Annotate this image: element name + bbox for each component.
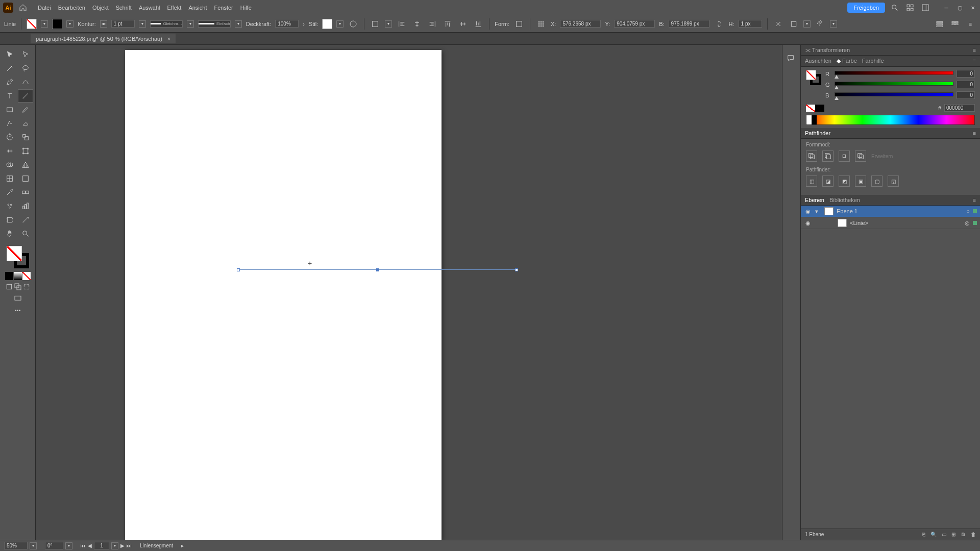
stroke-swatch[interactable] <box>52 19 62 29</box>
perspective-grid-tool[interactable] <box>18 158 33 171</box>
menu-datei[interactable]: Datei <box>38 5 51 11</box>
screen-mode-icon[interactable] <box>14 294 22 303</box>
align-left-icon[interactable] <box>396 18 407 30</box>
window-maximize-icon[interactable]: ▢ <box>955 4 964 12</box>
blend-tool[interactable] <box>18 186 33 199</box>
artboard-tool[interactable] <box>2 213 17 227</box>
sublayer-target-icon[interactable]: ◎ <box>965 220 970 227</box>
opacity-more[interactable]: › <box>303 21 305 27</box>
slice-tool[interactable] <box>18 213 33 227</box>
g-slider[interactable] <box>835 82 953 88</box>
magic-wand-tool[interactable] <box>2 62 17 75</box>
stroke-weight-field[interactable]: 1 pt <box>111 20 135 28</box>
libraries-tab[interactable]: Bibliotheken <box>829 197 860 203</box>
edit-similar-dropdown[interactable]: ▾ <box>803 20 811 28</box>
eraser-tool[interactable] <box>18 117 33 130</box>
artboard-next-last-icon[interactable]: ⏭ <box>127 543 132 548</box>
sublayer-name[interactable]: <Linie> <box>850 220 868 226</box>
hand-tool[interactable] <box>2 227 17 240</box>
layer-new-sublayer-icon[interactable]: ⊞ <box>951 532 955 537</box>
menu-bearbeiten[interactable]: Bearbeiten <box>58 5 85 11</box>
layer-name[interactable]: Ebene 1 <box>837 208 857 214</box>
comments-panel-icon[interactable] <box>787 54 797 64</box>
brush-dropdown[interactable]: ▾ <box>235 20 242 28</box>
layers-menu-icon[interactable]: ≡ <box>973 197 976 203</box>
layer-delete-icon[interactable]: 🗑 <box>971 532 976 537</box>
transform-panel-link[interactable]: ⫘ Transformieren <box>805 47 850 53</box>
search-icon[interactable] <box>889 2 900 13</box>
color-panel-menu-icon[interactable]: ≡ <box>973 58 976 64</box>
align-hcenter-icon[interactable] <box>411 18 423 30</box>
panel-menu-icon[interactable]: ≡ <box>965 18 976 30</box>
fill-stroke-indicator[interactable] <box>7 246 29 268</box>
pathfinder-intersect-icon[interactable] <box>839 151 850 162</box>
r-slider[interactable] <box>835 71 953 77</box>
align-tab[interactable]: Ausrichten <box>805 58 831 64</box>
gradient-tool[interactable] <box>18 172 33 185</box>
draw-behind-icon[interactable] <box>14 283 22 291</box>
color-mode-solid[interactable] <box>5 272 13 280</box>
selection-tool[interactable] <box>2 48 17 61</box>
b-slider[interactable] <box>835 92 953 98</box>
align-top-icon[interactable] <box>442 18 453 30</box>
shaper-tool[interactable] <box>2 117 17 130</box>
pathfinder-minus-back-icon[interactable]: ◱ <box>888 176 899 187</box>
variable-width-profile[interactable]: Gleichm… <box>150 20 183 28</box>
artboard-next-icon[interactable]: ▶ <box>120 543 125 548</box>
stroke-weight-stepper[interactable]: ◂▸ <box>100 20 107 28</box>
shape-builder-tool[interactable] <box>2 158 17 171</box>
fill-swatch[interactable] <box>27 19 37 29</box>
align-right-icon[interactable] <box>427 18 438 30</box>
layer-search-icon[interactable]: 🔍 <box>930 532 937 537</box>
direct-selection-tool[interactable] <box>18 48 33 61</box>
edit-similar-icon[interactable] <box>788 18 799 30</box>
panel-menu-icon[interactable]: ≡ <box>973 47 976 53</box>
free-transform-tool[interactable] <box>18 144 33 158</box>
isolate-icon[interactable] <box>773 18 784 30</box>
zoom-tool[interactable] <box>18 227 33 240</box>
selection-handle-center[interactable] <box>376 268 379 271</box>
width-tool[interactable] <box>2 144 17 158</box>
align-bottom-icon[interactable] <box>473 18 484 30</box>
align-vcenter-icon[interactable] <box>457 18 469 30</box>
profile-dropdown[interactable]: ▾ <box>187 20 194 28</box>
layer-target-icon[interactable]: ○ <box>966 208 970 214</box>
edit-toolbar-icon[interactable]: ••• <box>15 307 21 313</box>
color-mode-gradient[interactable] <box>14 272 22 280</box>
pathfinder-unite-icon[interactable] <box>806 151 817 162</box>
artboard-prev-first-icon[interactable]: ⏮ <box>81 543 86 548</box>
y-field[interactable]: 904.0759 px <box>614 20 655 28</box>
transform-dropdown[interactable]: ▾ <box>830 20 837 28</box>
none-swatch[interactable] <box>806 105 815 112</box>
zoom-field[interactable]: 50% <box>4 542 28 549</box>
menu-ansicht[interactable]: Ansicht <box>188 5 207 11</box>
menu-effekt[interactable]: Effekt <box>167 5 181 11</box>
window-minimize-icon[interactable]: ─ <box>942 4 950 12</box>
status-more-icon[interactable]: ▸ <box>181 543 184 548</box>
artboard-nav-dropdown[interactable]: ▾ <box>111 542 118 549</box>
panel-toggle-icon[interactable] <box>934 18 945 30</box>
lasso-tool[interactable] <box>18 62 33 75</box>
black-swatch[interactable] <box>815 105 824 112</box>
fill-indicator[interactable] <box>7 246 22 261</box>
tab-close-icon[interactable]: × <box>167 36 170 42</box>
stroke-weight-dropdown[interactable]: ▾ <box>139 20 146 28</box>
stroke-dropdown[interactable]: ▾ <box>66 20 74 28</box>
pathfinder-menu-icon[interactable]: ≡ <box>973 130 976 136</box>
color-mode-none[interactable] <box>22 272 31 280</box>
draw-inside-icon[interactable] <box>22 283 31 291</box>
layer-new-icon[interactable]: 🗎 <box>961 532 966 537</box>
color-tab[interactable]: ◆ Farbe <box>837 58 857 64</box>
r-value-field[interactable]: 0 <box>957 70 975 78</box>
menu-objekt[interactable]: Objekt <box>92 5 109 11</box>
menu-auswahl[interactable]: Auswahl <box>139 5 160 11</box>
line-segment-tool[interactable] <box>18 89 33 103</box>
b-value-field[interactable]: 0 <box>957 91 975 99</box>
rectangle-tool[interactable] <box>2 103 17 116</box>
draw-normal-icon[interactable] <box>5 283 13 291</box>
layer-row-ebene1[interactable]: ◉ ▾ Ebene 1 ○ <box>801 206 980 217</box>
transform-reference-icon[interactable] <box>535 18 547 30</box>
canvas[interactable]: + <box>36 45 782 540</box>
panel-toggle2-icon[interactable] <box>949 18 961 30</box>
recolor-icon[interactable] <box>348 18 359 30</box>
